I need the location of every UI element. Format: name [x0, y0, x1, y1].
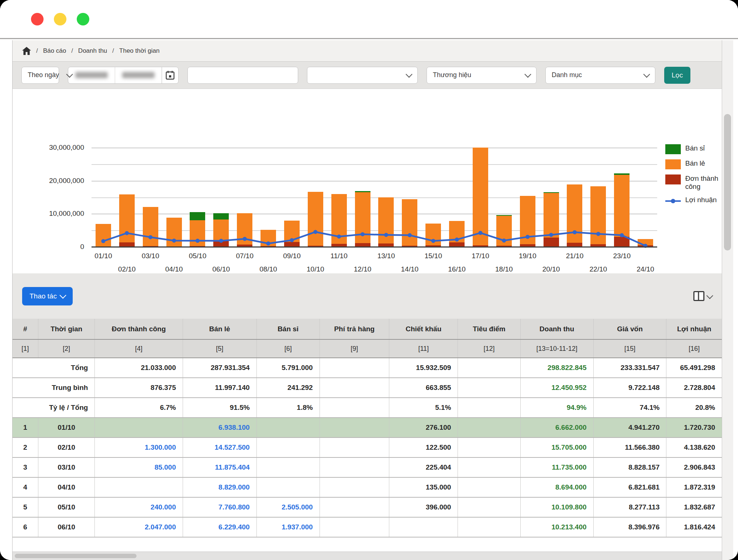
bar-20/10[interactable] [539, 148, 563, 247]
column-settings-button[interactable] [693, 291, 712, 301]
breadcrumb-item-reports[interactable]: Báo cáo [43, 47, 66, 55]
bar-23/10[interactable] [610, 148, 634, 247]
bar-09/10[interactable] [280, 148, 304, 247]
bar-12/10[interactable] [351, 148, 375, 247]
x-axis-tick-label: 02/10 [115, 252, 139, 273]
summary-cell: 2.728.804 [666, 378, 722, 398]
summary-cell: 15.932.509 [389, 358, 458, 378]
home-icon[interactable] [22, 47, 31, 55]
bar-06/10[interactable] [209, 148, 233, 247]
value-cell [95, 418, 183, 438]
bar-15/10[interactable] [421, 148, 445, 247]
bar-11/10[interactable] [327, 148, 351, 247]
bar-08/10[interactable] [256, 148, 280, 247]
column-header[interactable]: Doanh thu [520, 319, 593, 339]
value-cell[interactable]: 1.300.000 [95, 438, 183, 457]
bar-24/10[interactable] [634, 148, 657, 247]
bar-10/10[interactable] [304, 148, 327, 247]
bar-22/10[interactable] [586, 148, 610, 247]
bar-19/10[interactable] [516, 148, 539, 247]
bar-03/10[interactable] [139, 148, 162, 247]
column-header[interactable]: Giá vốn [593, 319, 666, 339]
bar-17/10[interactable] [469, 148, 492, 247]
column-header[interactable]: Bán sỉ [256, 319, 320, 339]
bar-segment [425, 224, 441, 245]
close-window-button[interactable] [31, 13, 44, 25]
table-row[interactable]: 303/1085.00011.875.404225.40411.735.0008… [13, 457, 722, 477]
value-cell[interactable]: 6.229.400 [183, 517, 256, 537]
value-cell[interactable]: 11.875.404 [183, 457, 256, 477]
value-cell[interactable]: 2.505.000 [256, 497, 320, 517]
legend-item: Đơn thành công [665, 174, 722, 191]
table-row[interactable]: 606/102.047.0006.229.4001.937.00010.213.… [13, 517, 722, 537]
summary-cell: 94.9% [520, 398, 593, 418]
minimize-window-button[interactable] [54, 13, 66, 25]
bar-16/10[interactable] [445, 148, 469, 247]
value-cell: 8.694.000 [520, 477, 593, 497]
value-cell[interactable]: 1.937.000 [256, 517, 320, 537]
actions-button[interactable]: Thao tác [22, 287, 73, 305]
table-row[interactable]: 404/108.829.000135.0008.694.0006.821.681… [13, 477, 722, 497]
group-by-select[interactable]: Theo ngày [21, 67, 59, 84]
x-axis-tick-label: 13/10 [375, 252, 398, 273]
bar-segment [496, 216, 512, 246]
value-cell: 6.662.000 [520, 418, 593, 438]
bar-18/10[interactable] [492, 148, 516, 247]
column-header[interactable]: Thời gian [38, 319, 95, 339]
column-header[interactable]: # [13, 319, 38, 339]
window-titlebar [0, 0, 738, 39]
app-window: / Báo cáo / Doanh thu / Theo thời gian T… [0, 0, 738, 560]
summary-cell [320, 398, 389, 418]
value-cell[interactable]: 2.047.000 [95, 517, 183, 537]
bar-01/10[interactable] [92, 148, 115, 247]
value-cell [458, 438, 520, 457]
value-cell[interactable]: 8.829.000 [183, 477, 256, 497]
summary-cell: 241.292 [256, 378, 320, 398]
column-header[interactable]: Bán lẻ [183, 319, 256, 339]
bar-14/10[interactable] [398, 148, 421, 247]
filter-button[interactable]: Lọc [664, 67, 690, 84]
table-row[interactable]: 505/10240.0007.760.8002.505.000396.00010… [13, 497, 722, 517]
column-header[interactable]: Chiết khấu [389, 319, 458, 339]
legend-label: Lợi nhuận [685, 196, 717, 204]
bar-13/10[interactable] [375, 148, 398, 247]
value-cell[interactable]: 7.760.800 [183, 497, 256, 517]
calendar-icon[interactable] [162, 67, 178, 83]
breadcrumb-item-revenue[interactable]: Doanh thu [78, 47, 107, 55]
breadcrumb-item-by-time[interactable]: Theo thời gian [119, 47, 159, 55]
table-row[interactable]: 202/101.300.00014.527.500122.50015.705.0… [13, 438, 722, 457]
column-index-header: [16] [666, 339, 722, 358]
bar-segment [190, 220, 205, 246]
value-cell: 4.941.270 [593, 418, 666, 438]
summary-cell: 876.375 [95, 378, 183, 398]
store-select[interactable] [307, 67, 418, 84]
bar-04/10[interactable] [162, 148, 186, 247]
bar-07/10[interactable] [233, 148, 256, 247]
column-header[interactable]: Đơn thành công [95, 319, 183, 339]
date-to-redacted [122, 72, 155, 78]
summary-cell: 5.791.000 [256, 358, 320, 378]
maximize-window-button[interactable] [77, 13, 89, 25]
category-select[interactable]: Danh mục [545, 67, 655, 84]
column-header[interactable]: Lợi nhuận [666, 319, 722, 339]
brand-select[interactable]: Thương hiệu [427, 67, 537, 84]
horizontal-scrollbar[interactable] [13, 552, 722, 560]
bar-21/10[interactable] [563, 148, 587, 247]
column-header[interactable]: Phí trả hàng [320, 319, 389, 339]
value-cell[interactable]: 240.000 [95, 497, 183, 517]
table-row[interactable]: 101/106.938.100276.1006.662.0004.941.270… [13, 418, 722, 438]
store-search-input[interactable] [187, 67, 298, 84]
bar-02/10[interactable] [115, 148, 139, 247]
column-header[interactable]: Tiêu điểm [458, 319, 520, 339]
date-range-input[interactable] [68, 67, 179, 84]
bar-05/10[interactable] [186, 148, 210, 247]
value-cell[interactable]: 14.527.500 [183, 438, 256, 457]
value-cell[interactable]: 6.938.100 [183, 418, 256, 438]
bar-segment [190, 212, 205, 220]
column-index-header: [1] [13, 339, 38, 358]
x-axis-tick-label: 16/10 [445, 252, 469, 273]
value-cell[interactable]: 85.000 [95, 457, 183, 477]
column-index-header: [9] [320, 339, 389, 358]
bar-segment [119, 194, 135, 242]
vertical-scrollbar[interactable] [722, 40, 733, 560]
